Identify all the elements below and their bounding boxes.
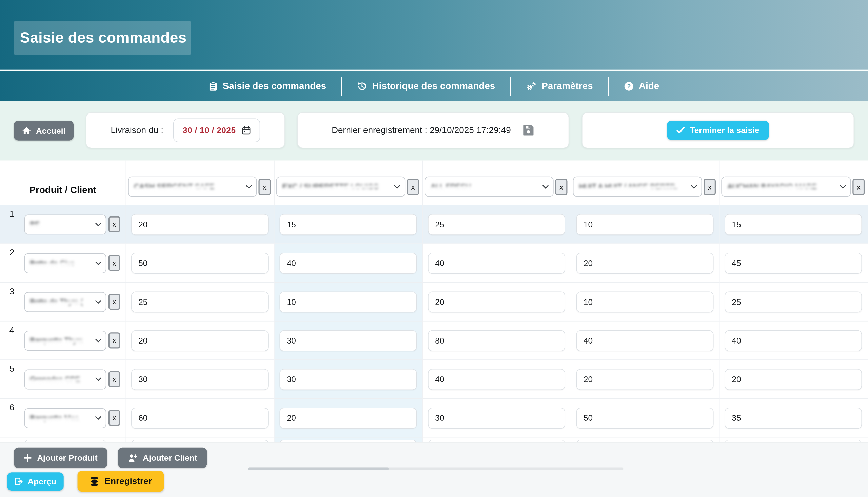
remove-product-button[interactable]: x [109, 410, 120, 426]
finish-button-label: Terminer la saisie [690, 126, 759, 135]
quantity-input[interactable] [576, 292, 714, 312]
nav-divider [341, 77, 342, 96]
table-row: 2 Botte de Cive x [0, 243, 868, 282]
quantity-input[interactable] [576, 252, 714, 273]
scrollbar-thumb[interactable] [248, 468, 388, 470]
chevron-down-icon [95, 299, 101, 304]
quantity-input[interactable] [131, 214, 268, 235]
quantity-input[interactable] [131, 252, 268, 273]
remove-client-button[interactable]: x [407, 179, 419, 195]
home-button[interactable]: Accueil [14, 120, 74, 141]
product-select[interactable]: Barquette Thym [24, 331, 107, 351]
client-select[interactable]: ALL FRESH [425, 176, 553, 197]
quantity-cell [719, 282, 868, 321]
remove-product-button[interactable]: x [109, 294, 120, 310]
row-number: 6 [10, 403, 15, 413]
quantity-input[interactable] [279, 330, 417, 351]
product-select[interactable]: Grenades CPE [24, 369, 107, 389]
quantity-input[interactable] [279, 252, 417, 273]
nav-item-parametres[interactable]: Paramètres [526, 81, 593, 92]
quantity-input[interactable] [279, 407, 417, 428]
remove-product-button[interactable]: x [109, 371, 120, 387]
quantity-input[interactable] [279, 369, 417, 389]
finish-button[interactable]: Terminer la saisie [667, 120, 769, 140]
product-cell: 5 Grenades CPE x [0, 359, 126, 398]
client-select[interactable]: HUIT A HUIT / ANSE BERTR. [573, 176, 702, 197]
quantity-input[interactable] [576, 440, 714, 442]
table-row: 4 Barquette Thym x [0, 321, 868, 359]
quantity-input[interactable] [428, 292, 565, 312]
add-client-label: Ajouter Client [143, 453, 197, 463]
app-header: Saisie des commandes Saisie des commande… [0, 0, 868, 101]
quantity-input[interactable] [428, 369, 565, 389]
remove-client-button[interactable]: x [704, 179, 716, 195]
quantity-input[interactable] [725, 330, 862, 351]
toolbar: Accueil Livraison du : 30 / 10 / 2025 De… [0, 101, 868, 160]
remove-client-button[interactable]: x [852, 179, 865, 195]
save-button[interactable]: Enregistrer [78, 471, 164, 492]
client-select[interactable]: EXC / SUPERETTE LOUISO [276, 176, 405, 197]
quantity-input[interactable] [576, 407, 714, 428]
product-select[interactable]: Botte de Cive [24, 253, 107, 273]
quantity-cell [126, 321, 275, 359]
quantity-input[interactable] [725, 369, 862, 389]
client-select[interactable]: CASH SERGENT SAFE [128, 176, 257, 197]
quantity-cell [571, 359, 720, 398]
quantity-cell [275, 282, 423, 321]
quantity-input[interactable] [131, 369, 268, 389]
quantity-cell [423, 321, 571, 359]
chevron-down-icon [246, 184, 252, 189]
product-select[interactable]: Botte de Thym ( [24, 292, 107, 312]
quantity-input[interactable] [428, 330, 565, 351]
quantity-input[interactable] [131, 330, 268, 351]
quantity-input[interactable] [428, 440, 565, 442]
file-preview-icon [14, 477, 23, 485]
product-select[interactable]: Barquette Men [24, 408, 107, 428]
add-product-button[interactable]: Ajouter Produit [14, 448, 108, 468]
nav-item-historique[interactable]: Historique des commandes [357, 81, 495, 92]
quantity-input[interactable] [131, 407, 268, 428]
nav-item-aide[interactable]: ? Aide [624, 81, 659, 92]
quantity-input[interactable] [576, 330, 714, 351]
quantity-input[interactable] [131, 440, 268, 442]
table-scrollbar[interactable] [248, 468, 623, 470]
quantity-input[interactable] [725, 292, 862, 312]
quantity-input[interactable] [428, 214, 565, 235]
product-select-text: Barquette Thym [30, 337, 83, 344]
remove-client-button[interactable]: x [555, 179, 568, 195]
quantity-input[interactable] [725, 214, 862, 235]
row-number: 3 [10, 287, 15, 296]
quantity-input[interactable] [131, 292, 268, 312]
quantity-input[interactable] [428, 407, 565, 428]
quantity-input[interactable] [576, 369, 714, 389]
quantity-input[interactable] [725, 407, 862, 428]
chevron-down-icon [95, 222, 101, 227]
remove-product-button[interactable]: x [109, 216, 120, 232]
client-select-text: AUCHAN BAYADIO MARE [727, 183, 817, 191]
remove-client-button[interactable]: x [258, 179, 271, 195]
quantity-input[interactable] [428, 252, 565, 273]
quantity-input[interactable] [279, 214, 417, 235]
remove-product-button[interactable]: x [109, 332, 120, 348]
quantity-input[interactable] [279, 440, 417, 442]
footer: Ajouter Produit Ajouter Client Aperçu [0, 442, 868, 497]
product-select[interactable] [24, 440, 107, 442]
client-select-text: CASH SERGENT SAFE [134, 183, 214, 191]
remove-product-button[interactable]: x [109, 255, 120, 271]
table-header-row: Produit / Client CASH SERGENT SAFE x EXC… [0, 160, 868, 204]
client-column-header: ALL FRESH x [423, 160, 571, 204]
quantity-input[interactable] [576, 214, 714, 235]
nav-item-label: Saisie des commandes [223, 81, 326, 92]
preview-button[interactable]: Aperçu [7, 472, 64, 491]
product-cell: 3 Botte de Thym ( x [0, 282, 126, 321]
delivery-date-input[interactable]: 30 / 10 / 2025 [173, 118, 260, 142]
plus-icon [24, 454, 31, 462]
client-select[interactable]: AUCHAN BAYADIO MARE [721, 176, 851, 197]
quantity-input[interactable] [725, 252, 862, 273]
quantity-input[interactable] [725, 440, 862, 442]
nav-item-saisie[interactable]: Saisie des commandes [209, 81, 326, 92]
quantity-cell [719, 398, 868, 437]
product-select[interactable]: BE [24, 214, 107, 235]
add-client-button[interactable]: Ajouter Client [118, 448, 207, 468]
quantity-input[interactable] [279, 292, 417, 312]
